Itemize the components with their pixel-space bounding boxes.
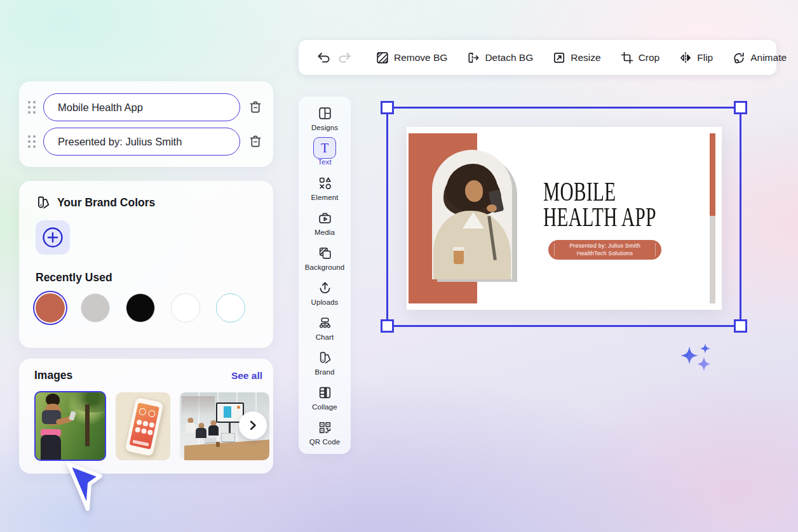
flip-button[interactable]: Flip	[679, 48, 713, 68]
remove-bg-icon	[376, 51, 389, 64]
sidebar-item-label: Chart	[316, 333, 334, 341]
sidebar-item-background[interactable]: Background	[299, 244, 351, 279]
delete-title-button[interactable]	[247, 98, 264, 116]
see-all-link[interactable]: See all	[231, 370, 262, 382]
flip-label: Flip	[697, 52, 713, 63]
thumbnail-jogger-park[interactable]	[34, 391, 106, 461]
drag-handle-icon[interactable]	[27, 100, 37, 115]
color-swatch-gray[interactable]	[81, 293, 110, 323]
sidebar-item-label: Media	[314, 229, 335, 236]
subtitle-text-input[interactable]	[43, 128, 240, 156]
detach-bg-label: Detach BG	[485, 52, 533, 63]
pointer-cursor	[60, 457, 110, 521]
recently-used-title: Recently Used	[36, 271, 257, 284]
tool-sidebar: Designs T Text Element	[299, 96, 351, 454]
sidebar-item-qr-code[interactable]: QR Code	[299, 419, 351, 454]
color-swatch-white[interactable]	[171, 293, 200, 323]
animate-icon	[733, 51, 745, 64]
image-thumbnails	[29, 391, 263, 462]
brand-icon	[318, 349, 332, 366]
resize-handle-bottom-right[interactable]	[734, 319, 747, 333]
sidebar-item-label: Element	[311, 194, 339, 201]
sidebar-item-designs[interactable]: Designs	[299, 105, 351, 140]
element-icon	[318, 175, 332, 191]
crop-button[interactable]: Crop	[621, 48, 660, 68]
sidebar-item-media[interactable]: Media	[299, 209, 351, 244]
undo-icon	[316, 50, 332, 65]
qr-code-icon	[318, 419, 332, 436]
magic-sparkles-icon[interactable]	[677, 343, 718, 378]
undo-button[interactable]	[314, 48, 334, 68]
sidebar-item-collage[interactable]: Collage	[299, 384, 351, 419]
design-editor: Remove BG Detach BG Resize Crop	[0, 0, 798, 532]
background-icon	[318, 244, 332, 261]
brand-colors-icon	[36, 195, 51, 210]
resize-handle-top-right[interactable]	[734, 101, 747, 114]
media-icon	[318, 209, 332, 226]
trash-icon	[248, 100, 263, 115]
sidebar-item-label: Uploads	[311, 298, 339, 306]
images-title: Images	[34, 369, 72, 382]
sidebar-item-element[interactable]: Element	[299, 175, 351, 209]
brand-colors-title: Your Brand Colors	[57, 196, 155, 209]
next-images-button[interactable]	[239, 411, 267, 439]
color-swatch-terracotta[interactable]	[36, 293, 65, 323]
collage-icon	[318, 384, 332, 401]
sidebar-item-label: Text	[318, 158, 332, 166]
toolbar: Remove BG Detach BG Resize Crop	[299, 40, 776, 75]
sidebar-item-uploads[interactable]: Uploads	[299, 279, 351, 314]
chevron-right-icon	[246, 418, 260, 432]
title-text-input[interactable]	[43, 93, 240, 121]
sidebar-item-label: Brand	[314, 368, 334, 376]
flip-icon	[679, 51, 692, 64]
sidebar-item-brand[interactable]: Brand	[299, 349, 351, 384]
recently-used-swatches	[36, 293, 257, 323]
redo-icon	[337, 50, 352, 65]
resize-handle-bottom-left[interactable]	[381, 319, 394, 333]
crop-label: Crop	[639, 52, 660, 63]
sidebar-item-text[interactable]: T Text	[299, 140, 351, 175]
selection-frame	[386, 107, 741, 327]
sidebar-item-label: QR Code	[309, 438, 341, 446]
sidebar-item-label: Designs	[311, 124, 338, 131]
crop-icon	[621, 51, 633, 64]
brand-colors-panel: Your Brand Colors Recently Used	[19, 181, 273, 348]
remove-bg-label: Remove BG	[394, 52, 447, 63]
animate-label: Animate	[750, 52, 787, 63]
color-swatch-black[interactable]	[126, 293, 155, 323]
resize-handle-top-left[interactable]	[381, 101, 394, 114]
sidebar-item-chart[interactable]: Chart	[299, 314, 351, 349]
uploads-icon	[318, 279, 332, 296]
text-layer-row	[27, 128, 264, 156]
sidebar-item-label: Collage	[312, 403, 337, 411]
designs-icon	[318, 105, 332, 121]
text-layer-row	[27, 93, 264, 121]
delete-subtitle-button[interactable]	[247, 133, 264, 150]
sidebar-item-label: Background	[305, 263, 344, 271]
trash-icon	[248, 134, 263, 149]
color-swatch-white-2[interactable]	[216, 293, 245, 323]
plus-circle-icon	[41, 226, 64, 249]
images-panel: Images See all	[19, 359, 273, 474]
text-icon: T	[313, 137, 336, 159]
detach-bg-button[interactable]: Detach BG	[467, 48, 533, 68]
text-layers-panel	[19, 81, 273, 167]
thumbnail-health-app-phone[interactable]	[116, 392, 170, 460]
redo-button[interactable]	[334, 48, 355, 68]
detach-bg-icon	[467, 51, 480, 64]
drag-handle-icon[interactable]	[27, 134, 37, 149]
remove-bg-button[interactable]: Remove BG	[376, 48, 447, 68]
resize-icon	[553, 51, 565, 64]
resize-label: Resize	[571, 52, 600, 63]
chart-icon	[318, 314, 332, 331]
animate-button[interactable]: Animate	[733, 48, 787, 68]
resize-button[interactable]: Resize	[553, 48, 600, 68]
add-brand-color-button[interactable]	[36, 220, 70, 255]
